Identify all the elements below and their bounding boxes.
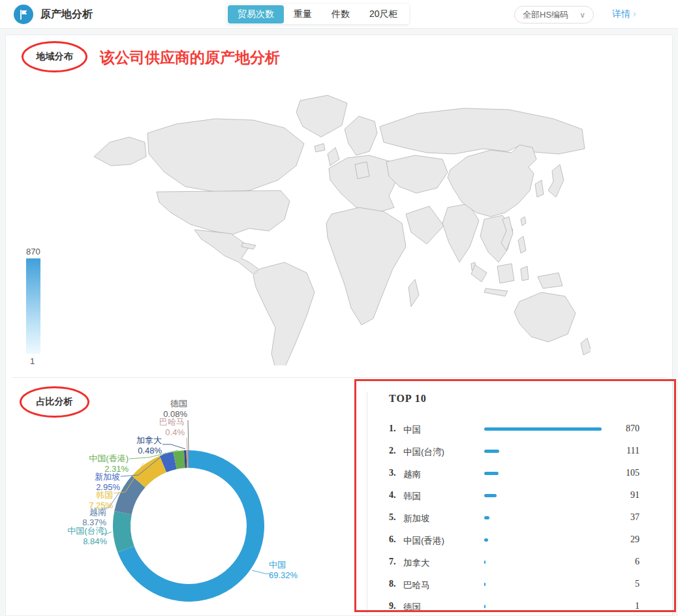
chevron-down-icon: ∨ [579,10,585,20]
donut-label-vietnam: 越南8.37% [82,507,106,528]
page-title: 原产地分析 [40,8,93,22]
map-country-russia [380,108,585,154]
map-country-canada[interactable] [147,119,304,192]
map-country-new-zealand [581,338,591,355]
header-bar: 原产地分析 贸易次数重量件数20尺柜 全部HS编码 ∨ 详情 › [0,0,678,29]
map-region-arabia [406,206,444,244]
map-country-japan [548,164,564,197]
world-map-chart[interactable] [85,91,591,365]
detail-link[interactable]: 详情 › [612,8,636,20]
map-country-south-korea[interactable] [535,180,544,197]
hs-code-dropdown[interactable]: 全部HS编码 ∨ [514,6,594,23]
map-country-iceland [315,144,325,152]
region-badge: 地域分布 [37,51,73,63]
map-island-new-guinea [538,273,562,288]
map-island-borneo [497,264,514,283]
map-country-madagascar [408,279,419,307]
hs-code-dropdown-value: 全部HS编码 [523,9,568,21]
donut-label-china: 中国69.32% [269,560,298,581]
legend-min-value: 1 [30,356,35,366]
map-country-taiwan[interactable] [521,217,526,226]
tab-0[interactable]: 贸易次数 [228,5,284,23]
map-country-greenland [296,95,347,137]
map-country-usa [157,191,290,235]
map-region-central-asia [386,155,448,193]
share-badge: 占比分析 [37,396,73,408]
donut-label-canada: 加拿大0.48% [136,435,162,456]
donut-label-bahamas: 巴哈马0.4% [159,417,185,438]
world-map-svg [85,91,591,365]
tab-3[interactable]: 20尺柜 [360,5,408,23]
app-logo-flag-icon [14,5,33,24]
map-country-germany[interactable] [355,162,369,179]
tab-2[interactable]: 件数 [322,5,360,23]
top10-annotation-rectangle [354,379,676,612]
region-badge-annotation-oval: 地域分布 [22,41,87,72]
map-country-australia [514,292,576,342]
leader-line-canada [162,444,185,449]
map-country-alaska [94,137,146,166]
leader-line-china [252,570,270,574]
donut-slice-1[interactable] [113,511,134,552]
section-divider [12,377,666,378]
origin-share-donut-chart[interactable] [72,410,320,616]
leader-line-bahamas [187,438,187,451]
legend-max-value: 870 [26,247,40,256]
map-country-mexico [194,230,258,274]
map-island-java [484,288,508,296]
map-country-india [442,204,479,262]
color-scale-legend [26,258,40,354]
donut-svg [72,410,320,616]
map-region-scandinavia [345,116,377,155]
red-annotation-text: 该公司供应商的原产地分析 [100,48,280,68]
map-island-sulawesi [521,266,529,281]
tab-1[interactable]: 重量 [284,5,322,23]
map-country-uk [328,147,339,166]
leader-line-germany [188,420,189,450]
map-island-philippines [518,236,526,253]
donut-label-taiwan: 中国(台湾)8.84% [67,526,107,547]
map-continent-africa [326,208,406,325]
map-continent-south-america [253,262,315,365]
metric-tab-group[interactable]: 贸易次数重量件数20尺柜 [226,4,409,24]
chevron-right-icon: › [633,8,636,19]
